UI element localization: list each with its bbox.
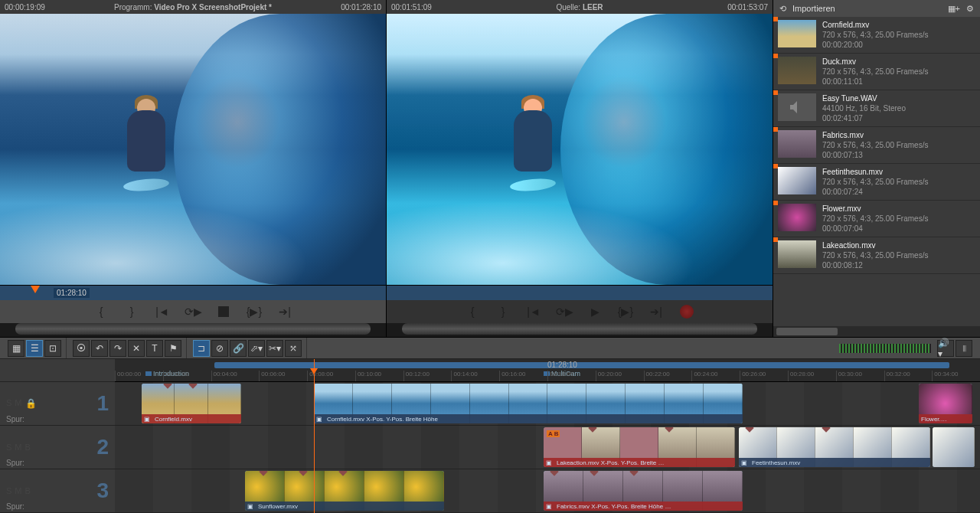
- title-button[interactable]: T: [146, 340, 163, 357]
- cut-mode-button[interactable]: ✂▾: [266, 340, 283, 357]
- program-tc-right: 00:01:28:10: [341, 3, 381, 11]
- volume-button[interactable]: 🔊▾: [937, 340, 954, 357]
- playhead[interactable]: [314, 359, 315, 513]
- src-go-start-button[interactable]: |◄: [524, 302, 543, 321]
- time-ruler[interactable]: 01:28:10 Introduction MultiCam 00:00:000…: [115, 359, 980, 382]
- import-item[interactable]: Cornfield.mxv720 x 576, 4:3, 25.00 Frame…: [773, 17, 980, 54]
- import-item-meta: 720 x 576, 4:3, 25.00 Frames/s: [822, 140, 928, 150]
- clip-cornfield[interactable]: A B ▣Cornfield.mxv: [142, 384, 241, 423]
- import-item[interactable]: Easy Tune.WAV44100 Hz, 16 Bit, Stereo00:…: [773, 90, 980, 127]
- ruler-time-label: 01:28:10: [547, 361, 577, 369]
- source-preview[interactable]: [387, 14, 773, 285]
- add-import-button[interactable]: ▦+: [948, 4, 960, 14]
- track-2[interactable]: A B ▣Lakeaction.mxv X-Pos. Y-Pos. Breite…: [115, 426, 980, 469]
- import-thumbnail: [778, 240, 816, 268]
- undo-button[interactable]: ↶: [91, 340, 108, 357]
- snap-button[interactable]: ⤱: [285, 340, 302, 357]
- clip-surf-sequence[interactable]: ▣Cornfield.mxv X-Pos. Y-Pos. Breite Höhe: [314, 384, 743, 423]
- playhead-marker-icon[interactable]: [31, 286, 40, 293]
- ruler-mark: 00:00:00: [115, 371, 163, 381]
- import-item[interactable]: Flower.mxv720 x 576, 4:3, 25.00 Frames/s…: [773, 201, 980, 237]
- track-3[interactable]: ▣Sunflower.mxv ▣Fabrics.mxv X-Pos. Y-Pos…: [115, 469, 980, 513]
- track-headers: SM🔒 1 Spur: SMB 2 Spur: SMB 3 Spur:: [0, 359, 115, 513]
- redo-button[interactable]: ↷: [109, 340, 126, 357]
- play-range-button[interactable]: {▶}: [245, 302, 263, 321]
- refresh-icon[interactable]: ⟲: [779, 4, 786, 14]
- import-item-duration: 00:00:08:12: [822, 260, 928, 270]
- timeline-section: ▦ ☰ ⊡ ⦿ ↶ ↷ ✕ T ⚑ ⊐ ⊘ 🔗 ⬀▾ ✂▾ ⤱: [0, 337, 980, 513]
- src-mark-in-button[interactable]: {: [463, 302, 482, 321]
- go-end-button[interactable]: ➔|: [276, 302, 294, 321]
- view-storyboard-button[interactable]: ⊡: [44, 340, 61, 357]
- import-item-meta: 720 x 576, 4:3, 25.00 Frames/s: [822, 250, 928, 260]
- film-icon: ▣: [247, 503, 253, 510]
- movie-settings-button[interactable]: ⦿: [73, 340, 90, 357]
- import-thumbnail: [778, 204, 816, 231]
- src-loop-play-button[interactable]: ⟳▶: [555, 302, 573, 321]
- program-ruler[interactable]: 01:28:10: [0, 285, 386, 300]
- track-header-1[interactable]: SM🔒 1 Spur:: [0, 382, 115, 426]
- import-list[interactable]: Cornfield.mxv720 x 576, 4:3, 25.00 Frame…: [773, 17, 980, 326]
- import-item[interactable]: Duck.mxv720 x 576, 4:3, 25.00 Frames/s00…: [773, 54, 980, 90]
- import-item-name: Duck.mxv: [822, 57, 928, 67]
- import-item[interactable]: Lakeaction.mxv720 x 576, 4:3, 25.00 Fram…: [773, 237, 980, 274]
- audio-meter: [839, 344, 931, 353]
- ruler-mark: 00:24:00: [691, 371, 740, 381]
- clip-fabrics[interactable]: ▣Fabrics.mxv X-Pos. Y-Pos. Breite Höhe …: [544, 471, 743, 511]
- stop-button[interactable]: [214, 302, 233, 321]
- source-jog-wheel[interactable]: [402, 323, 757, 335]
- track-1[interactable]: A B ▣Cornfield.mxv ▣Cornfield.mxv X-Pos.…: [115, 382, 980, 426]
- mark-out-button[interactable]: }: [122, 302, 141, 321]
- track-header-3[interactable]: SMB 3 Spur:: [0, 469, 115, 513]
- program-jog-wheel[interactable]: [15, 323, 371, 335]
- import-item-duration: 00:00:11:01: [822, 77, 928, 87]
- source-ruler[interactable]: [387, 285, 773, 300]
- import-item-name: Easy Tune.WAV: [822, 93, 906, 103]
- import-item[interactable]: Fabrics.mxv720 x 576, 4:3, 25.00 Frames/…: [773, 127, 980, 164]
- view-list-button[interactable]: ☰: [26, 340, 43, 357]
- src-play-button[interactable]: ▶: [586, 302, 604, 321]
- loop-play-button[interactable]: ⟳▶: [184, 302, 202, 321]
- film-icon: ▣: [546, 459, 552, 466]
- go-start-button[interactable]: |◄: [153, 302, 172, 321]
- import-item[interactable]: Feetinthesun.mxv720 x 576, 4:3, 25.00 Fr…: [773, 164, 980, 201]
- tracks-area[interactable]: 01:28:10 Introduction MultiCam 00:00:000…: [115, 359, 980, 513]
- view-grid-button[interactable]: ▦: [8, 340, 24, 357]
- clip-lakeaction[interactable]: A B ▣Lakeaction.mxv X-Pos. Y-Pos. Breite…: [544, 427, 735, 467]
- import-item-duration: 00:00:07:04: [822, 224, 928, 234]
- import-item-name: Fabrics.mxv: [822, 130, 928, 140]
- clip-sunflower[interactable]: ▣Sunflower.mxv: [245, 471, 444, 511]
- source-tc-right: 00:01:53:07: [727, 3, 768, 11]
- lock-icon[interactable]: 🔒: [25, 398, 37, 409]
- import-item-duration: 00:00:07:24: [822, 187, 928, 197]
- track-header-2[interactable]: SMB 2 Spur:: [0, 426, 115, 469]
- marker-button[interactable]: ⚑: [165, 340, 181, 357]
- delete-button[interactable]: ✕: [128, 340, 145, 357]
- import-panel-title: Importieren: [792, 4, 942, 13]
- mark-in-button[interactable]: {: [92, 302, 110, 321]
- group-button[interactable]: ⊐: [193, 340, 210, 357]
- ruler-mark: 00:22:00: [644, 371, 692, 381]
- mouse-mode-button[interactable]: ⬀▾: [248, 340, 265, 357]
- src-go-end-button[interactable]: ➔|: [647, 302, 665, 321]
- src-mark-out-button[interactable]: }: [494, 302, 512, 321]
- clip-feetinthesun[interactable]: ▣Feetinthesun.mxv: [739, 427, 930, 467]
- track-label: Spur:: [6, 459, 24, 467]
- import-thumbnail: [778, 57, 816, 84]
- record-button[interactable]: [678, 302, 696, 321]
- clip-track2-end[interactable]: [933, 427, 975, 467]
- program-preview[interactable]: [0, 14, 386, 285]
- ruler-mark: 00:28:00: [788, 371, 836, 381]
- import-item-name: Cornfield.mxv: [822, 20, 928, 30]
- link-button[interactable]: 🔗: [230, 340, 247, 357]
- import-thumbnail: [778, 167, 816, 194]
- import-options-button[interactable]: ⚙: [966, 4, 974, 14]
- film-icon: ▣: [144, 416, 150, 423]
- ruler-mark: 00:30:00: [836, 371, 884, 381]
- import-thumbnail: [778, 93, 816, 121]
- import-scrollbar[interactable]: [773, 326, 980, 337]
- clip-flower[interactable]: A B Flower.…: [919, 384, 972, 423]
- ungroup-button[interactable]: ⊘: [211, 340, 228, 357]
- src-play-range-button[interactable]: {▶}: [616, 302, 635, 321]
- mixer-button[interactable]: ⫴: [956, 340, 972, 357]
